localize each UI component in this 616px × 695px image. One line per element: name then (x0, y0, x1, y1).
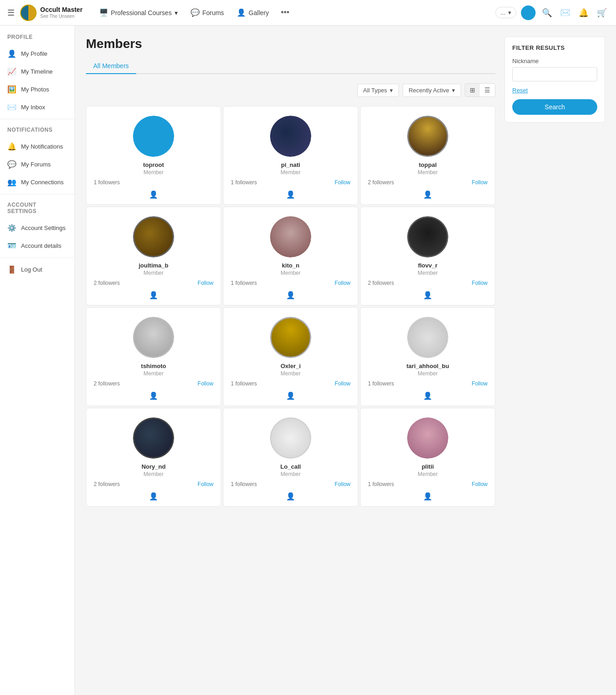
member-avatar[interactable] (133, 216, 174, 257)
sidebar-item-my-inbox[interactable]: ✉️ My Inbox (0, 98, 74, 116)
search-button[interactable]: Search (512, 99, 597, 115)
filter-box: FILTER RESULTS Nickname Reset Search (504, 37, 605, 123)
follow-button[interactable]: Follow (472, 380, 488, 387)
connect-icon[interactable]: 👤 (423, 391, 432, 400)
follow-button[interactable]: Follow (335, 179, 350, 186)
connect-icon[interactable]: 👤 (286, 291, 295, 299)
member-followers-row: 2 followers Follow (94, 481, 213, 487)
notification-icon[interactable]: 🔔 (577, 6, 590, 20)
member-role: Member (418, 169, 438, 176)
follow-button[interactable]: Follow (472, 179, 488, 186)
member-role: Member (143, 370, 164, 377)
nickname-input[interactable] (512, 67, 597, 81)
member-avatar[interactable] (270, 216, 311, 257)
member-avatar[interactable] (133, 116, 174, 157)
followers-count: 2 followers (368, 179, 394, 186)
sidebar-item-account-details[interactable]: 🪪 Account details (0, 237, 74, 255)
sidebar-item-log-out[interactable]: 🚪 Log Out (0, 261, 74, 278)
member-followers-row: 1 followers Follow (368, 380, 488, 387)
follow-button[interactable]: Follow (197, 280, 213, 286)
follow-button[interactable]: Follow (197, 481, 213, 487)
member-followers-row: 1 followers Follow (231, 280, 350, 286)
member-avatar[interactable] (407, 317, 448, 358)
member-followers-row: 1 followers Follow (368, 481, 488, 487)
hamburger-icon[interactable]: ☰ (7, 8, 15, 18)
connect-icon[interactable]: 👤 (149, 291, 158, 299)
member-avatar[interactable] (270, 417, 311, 459)
followers-count: 1 followers (368, 481, 394, 487)
member-role: Member (281, 270, 301, 276)
member-avatar[interactable] (407, 116, 448, 157)
sidebar-item-my-profile[interactable]: 👤 My Profile (0, 45, 74, 63)
gallery-icon: 👤 (237, 8, 246, 17)
member-role: Member (143, 270, 164, 276)
sort-filter-dropdown[interactable]: Recently Active ▾ (403, 84, 461, 97)
tabs-bar: All Members (86, 59, 495, 74)
member-name: plitii (422, 463, 434, 470)
member-avatar[interactable] (133, 417, 174, 459)
connect-icon[interactable]: 👤 (286, 190, 295, 199)
connect-icon[interactable]: 👤 (149, 391, 158, 400)
follow-button[interactable]: Follow (472, 280, 488, 286)
member-avatar[interactable] (407, 417, 448, 459)
my-timeline-icon: 📈 (7, 67, 16, 76)
member-name: kito_n (282, 262, 299, 269)
site-logo[interactable]: Occult Master See The Unseen (20, 5, 83, 21)
connect-icon[interactable]: 👤 (286, 492, 295, 501)
sort-dropdown-icon: ▾ (452, 87, 455, 94)
member-followers-row: 1 followers Follow (231, 179, 350, 186)
member-followers-row: 2 followers Follow (94, 380, 213, 387)
follow-button[interactable]: Follow (335, 380, 350, 387)
sidebar-section-account-settings: Account Settings (0, 197, 74, 219)
filter-sidebar: FILTER RESULTS Nickname Reset Search (504, 37, 605, 684)
my-inbox-icon: ✉️ (7, 103, 16, 112)
user-pill[interactable]: ... ▾ (495, 7, 516, 18)
cart-icon[interactable]: 🛒 (595, 6, 609, 20)
follow-button[interactable]: Follow (472, 481, 488, 487)
nav-gallery[interactable]: 👤 Gallery (231, 5, 274, 20)
sidebar-item-my-forums[interactable]: 💬 My Forums (0, 155, 74, 173)
user-dropdown-icon: ▾ (508, 9, 511, 16)
connect-icon[interactable]: 👤 (286, 391, 295, 400)
sidebar-item-my-notifications[interactable]: 🔔 My Notifications (0, 138, 74, 155)
member-avatar[interactable] (407, 216, 448, 257)
list-view-button[interactable]: ☰ (480, 84, 495, 96)
connect-icon[interactable]: 👤 (149, 492, 158, 501)
tab-all-members[interactable]: All Members (86, 59, 136, 74)
connect-icon[interactable]: 👤 (423, 291, 432, 299)
sidebar: Profile 👤 My Profile 📈 My Timeline 🖼️ My… (0, 26, 75, 695)
followers-count: 2 followers (368, 280, 394, 286)
member-followers-row: 2 followers Follow (368, 280, 488, 286)
connect-icon[interactable]: 👤 (423, 492, 432, 501)
sidebar-item-my-connections[interactable]: 👥 My Connections (0, 173, 74, 191)
nav-forums[interactable]: 💬 Forums (185, 5, 229, 20)
followers-count: 2 followers (94, 481, 120, 487)
member-avatar[interactable] (270, 116, 311, 157)
top-navigation: ☰ Occult Master See The Unseen 🖥️ Profes… (0, 0, 616, 26)
sidebar-item-account-settings[interactable]: ⚙️ Account Settings (0, 219, 74, 237)
follow-button[interactable]: Follow (335, 280, 350, 286)
member-avatar[interactable] (133, 317, 174, 358)
grid-view-button[interactable]: ⊞ (465, 84, 480, 96)
user-avatar[interactable] (521, 5, 536, 20)
search-icon[interactable]: 🔍 (540, 6, 554, 20)
member-card: tshimoto Member 2 followers Follow 👤 (86, 307, 221, 406)
nav-more-button[interactable]: ••• (276, 5, 294, 20)
sidebar-item-my-timeline[interactable]: 📈 My Timeline (0, 63, 74, 80)
type-dropdown-icon: ▾ (390, 87, 393, 94)
connect-icon[interactable]: 👤 (149, 190, 158, 199)
members-grid: toproot Member 1 followers 👤 pi_nati Mem… (86, 106, 495, 507)
sidebar-section-notifications: Notifications (0, 122, 74, 138)
sidebar-item-my-photos[interactable]: 🖼️ My Photos (0, 80, 74, 98)
connect-icon[interactable]: 👤 (423, 190, 432, 199)
reset-link[interactable]: Reset (512, 87, 597, 94)
view-toggle: ⊞ ☰ (465, 83, 495, 97)
follow-button[interactable]: Follow (197, 380, 213, 387)
member-followers-row: 2 followers Follow (368, 179, 488, 186)
message-icon[interactable]: ✉️ (558, 6, 572, 20)
nav-professional-courses[interactable]: 🖥️ Professional Courses ▾ (94, 5, 183, 20)
follow-button[interactable]: Follow (335, 481, 350, 487)
type-filter-dropdown[interactable]: All Types ▾ (357, 84, 399, 97)
member-card: tari_ahhool_bu Member 1 followers Follow… (360, 307, 495, 406)
member-avatar[interactable] (270, 317, 311, 358)
